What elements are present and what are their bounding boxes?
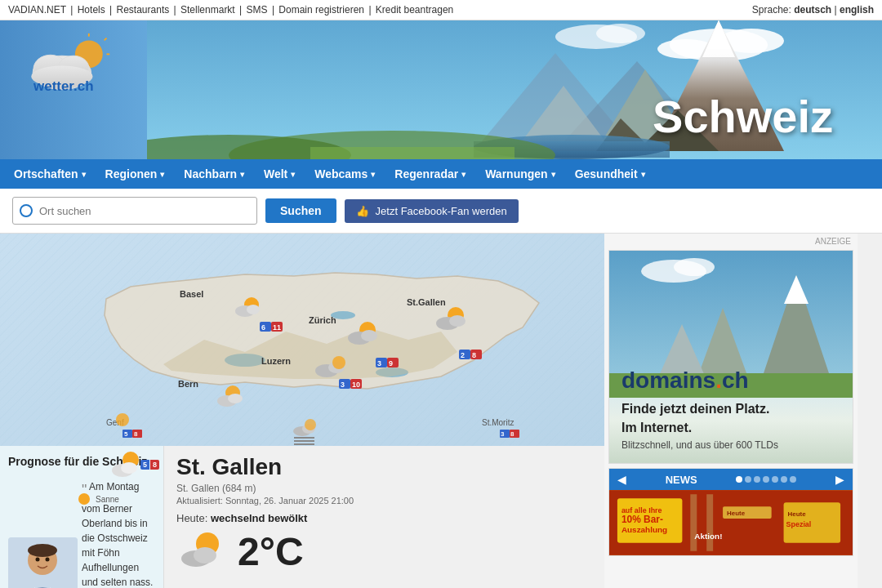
search-input[interactable] (39, 205, 250, 217)
svg-line-22 (105, 38, 107, 41)
svg-point-90 (46, 558, 50, 562)
forecast-bottom: 5 8 Prognose für die Schweiz (0, 446, 604, 588)
site-logo[interactable]: wetter.ch (16, 33, 131, 100)
nav-ortschaften[interactable]: Ortschaften ▾ (4, 159, 96, 189)
news-dot-1[interactable] (736, 476, 742, 483)
svg-text:3: 3 (377, 359, 381, 368)
news-pagination (736, 476, 796, 483)
header: wetter.ch Schweiz (0, 20, 882, 159)
sprache-label: Sprache: (752, 4, 791, 16)
presenter-avatar (8, 537, 78, 588)
zurich-label: Zürich (309, 315, 336, 325)
ad-tagline2: Im Internet. (621, 421, 840, 435)
top-link-restaurants[interactable]: Restaurants (117, 4, 170, 16)
nav-nachbarn[interactable]: Nachbarn ▾ (174, 159, 254, 189)
svg-text:3: 3 (341, 381, 345, 389)
news-header: ◀ NEWS ▶ (609, 469, 853, 490)
svg-rect-110 (706, 494, 713, 551)
svg-rect-109 (690, 494, 697, 551)
bern-label: Bern (178, 379, 198, 389)
nav-warnungen[interactable]: Warnungen ▾ (475, 159, 564, 189)
news-dot-3[interactable] (754, 476, 760, 483)
map-svg: Basel 6 11 Zürich 3 9 (0, 234, 604, 446)
city-sub: St. Gallen (684 m) (176, 483, 592, 494)
top-nav-links: VADIAN.NET | Hotels | Restaurants | Stel… (8, 4, 453, 16)
svg-text:wetter.ch: wetter.ch (33, 78, 93, 94)
svg-text:11: 11 (273, 323, 281, 332)
svg-text:6: 6 (261, 323, 265, 332)
svg-text:2: 2 (461, 351, 465, 359)
ad-content: domains.ch Finde jetzt deinen Platz. Im … (609, 251, 853, 463)
svg-text:8: 8 (510, 430, 514, 438)
nav-regionen[interactable]: Regionen ▾ (96, 159, 175, 189)
city-detail: St. Gallen St. Gallen (684 m) Aktualisie… (163, 446, 604, 588)
top-bar: VADIAN.NET | Hotels | Restaurants | Stel… (0, 0, 882, 20)
city-temperature: 2°C (238, 529, 304, 574)
svg-rect-19 (310, 147, 514, 159)
top-link-kredit[interactable]: Kredit beantragen (376, 4, 453, 16)
lang-en[interactable]: english (840, 4, 874, 16)
nav-welt[interactable]: Welt ▾ (254, 159, 305, 189)
svg-point-85 (121, 462, 137, 474)
svg-text:8: 8 (472, 351, 476, 359)
nav-regenradar[interactable]: Regenradar ▾ (385, 159, 475, 189)
presenter-name: Sanne (96, 495, 119, 504)
svg-text:10: 10 (352, 381, 360, 389)
svg-text:Spezial: Spezial (786, 520, 812, 528)
svg-text:Auszahlung: Auszahlung (621, 525, 667, 534)
temp-high-badge: 8 (150, 460, 159, 470)
search-button[interactable]: Suchen (265, 198, 336, 223)
news-dot-2[interactable] (745, 476, 751, 483)
search-bar: Suchen 👍 Jetzt Facebook-Fan werden (0, 189, 882, 234)
news-prev-button[interactable]: ◀ (617, 473, 626, 486)
news-image-svg: auf alle Ihre 10% Bar- Auszahlung Heute … (609, 490, 853, 555)
svg-text:5: 5 (124, 430, 128, 438)
top-link-stellenmarkt[interactable]: Stellenmarkt (180, 4, 235, 16)
language-switcher: Sprache: deutsch | english (752, 4, 874, 16)
city-today-condition: Heute: wechselnd bewölkt (176, 512, 592, 524)
nav-gesundheit[interactable]: Gesundheit ▾ (565, 159, 655, 189)
svg-point-89 (36, 558, 40, 562)
news-dot-7[interactable] (790, 476, 796, 483)
svg-text:10% Bar-: 10% Bar- (621, 514, 663, 525)
svg-text:Heute: Heute (788, 510, 807, 518)
facebook-fan-button[interactable]: 👍 Jetzt Facebook-Fan werden (345, 199, 519, 223)
nav-webcams[interactable]: Webcams ▾ (305, 159, 385, 189)
svg-point-58 (332, 356, 345, 369)
location-icon (20, 204, 33, 217)
svg-point-44 (361, 330, 377, 341)
sidebar: ANZEIGE ✕ (604, 234, 858, 588)
main-content: Basel 6 11 Zürich 3 9 (0, 234, 882, 588)
chevron-down-icon: ▾ (240, 170, 244, 179)
news-dot-4[interactable] (763, 476, 769, 483)
top-link-domain[interactable]: Domain registrieren (278, 4, 364, 16)
search-input-wrap (12, 197, 257, 225)
top-link-vadian[interactable]: VADIAN.NET (8, 4, 66, 16)
chevron-down-icon: ▾ (551, 170, 555, 179)
facebook-thumb-icon: 👍 (356, 205, 369, 217)
svg-point-51 (449, 315, 466, 327)
chevron-down-icon: ▾ (641, 170, 645, 179)
top-link-sms[interactable]: SMS (247, 4, 268, 16)
news-next-button[interactable]: ▶ (835, 473, 844, 486)
news-image[interactable]: auf alle Ihre 10% Bar- Auszahlung Heute … (609, 490, 853, 555)
news-dot-6[interactable] (781, 476, 787, 483)
chevron-down-icon: ▾ (461, 170, 466, 179)
svg-text:Heute: Heute (727, 510, 746, 517)
svg-text:Aktion!: Aktion! (694, 532, 722, 541)
presenter-sun-icon (75, 491, 93, 507)
stgallen-label: St.Gallen (407, 297, 446, 307)
weather-map[interactable]: Basel 6 11 Zürich 3 9 (0, 234, 604, 446)
news-dot-5[interactable] (772, 476, 778, 483)
ad-logo: domains.ch (621, 368, 840, 394)
ad-tagline: Finde jetzt deinen Platz. (621, 402, 840, 416)
ad-sub: Blitzschnell, und aus über 600 TLDs (621, 439, 840, 451)
chevron-down-icon: ▾ (291, 170, 295, 179)
svg-text:3: 3 (501, 430, 505, 438)
chevron-down-icon: ▾ (160, 170, 164, 179)
lang-de[interactable]: deutsch (794, 4, 831, 16)
logo-cloud-icon: wetter.ch (16, 33, 131, 98)
svg-point-94 (194, 547, 216, 564)
top-link-hotels[interactable]: Hotels (78, 4, 105, 16)
news-title: NEWS (666, 474, 697, 486)
